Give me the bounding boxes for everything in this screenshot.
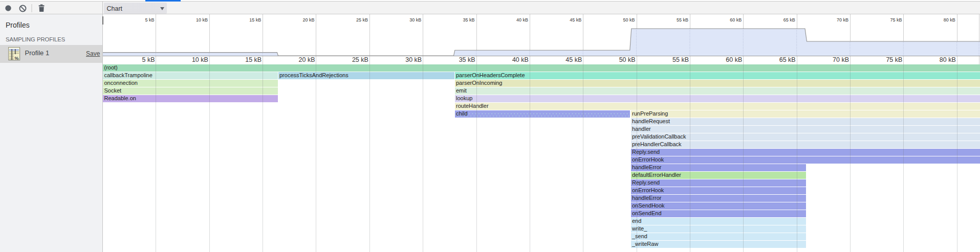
svg-text:%: % [15,56,19,61]
